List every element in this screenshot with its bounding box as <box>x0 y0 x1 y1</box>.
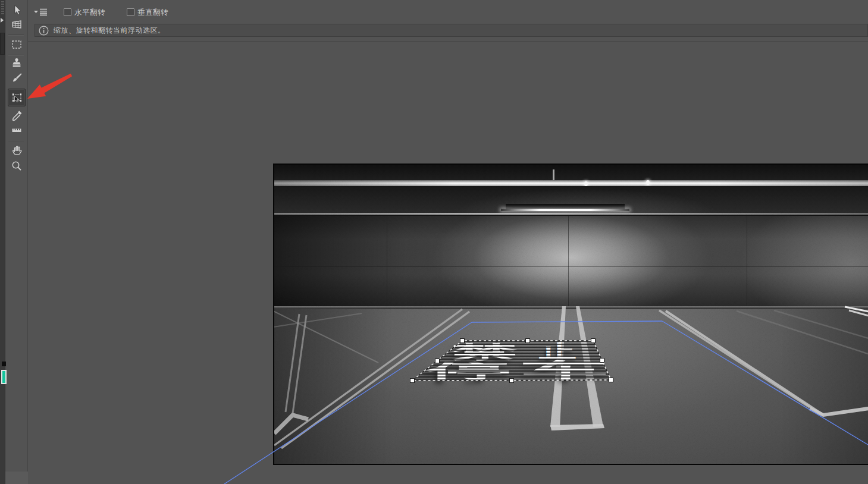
flip-horizontal-checkbox[interactable] <box>64 8 71 16</box>
menu-icon <box>34 8 47 16</box>
marquee-tool[interactable] <box>8 36 26 54</box>
flip-horizontal-label: 水平翻转 <box>74 8 105 18</box>
window-edge-strip <box>0 0 5 484</box>
hint-bar: 缩放、旋转和翻转当前浮动选区。 <box>35 24 868 37</box>
stamp-icon <box>10 56 23 70</box>
tool-options-bar: 水平翻转 垂直翻转 <box>28 0 868 24</box>
vanishing-point-dialog: 水平翻转 垂直翻转 缩放、旋转和翻转当前浮动选区。 <box>0 0 868 484</box>
ruler-icon <box>10 124 23 137</box>
transform-tool[interactable] <box>8 89 26 106</box>
film-grain <box>274 165 868 464</box>
marquee-icon <box>10 38 23 51</box>
magnifier-icon <box>10 159 23 172</box>
flip-vertical-checkbox[interactable] <box>127 8 134 16</box>
transform-icon <box>10 90 24 105</box>
brush-tool[interactable] <box>8 69 26 87</box>
hint-text: 缩放、旋转和翻转当前浮动选区。 <box>54 26 165 36</box>
hand-tool[interactable] <box>8 141 26 159</box>
measure-tool[interactable] <box>8 121 26 139</box>
tool-palette <box>5 0 28 484</box>
hand-icon <box>10 143 23 156</box>
brush-icon <box>10 71 23 84</box>
create-plane-tool[interactable] <box>8 16 26 34</box>
color-swatch[interactable] <box>1 370 7 384</box>
top-chrome: 水平翻转 垂直翻转 缩放、旋转和翻转当前浮动选区。 <box>28 0 868 42</box>
canvas-image[interactable] <box>273 164 868 465</box>
grip-dots <box>1 1 4 15</box>
perspective-grid-icon <box>10 18 23 32</box>
edge-marker <box>2 362 6 366</box>
collapsed-panel-tab[interactable] <box>0 33 5 55</box>
info-icon <box>39 26 49 36</box>
expand-arrow-icon[interactable] <box>1 18 4 23</box>
cursor-arrow-icon <box>10 4 23 17</box>
zoom-tool[interactable] <box>8 157 26 175</box>
panel-menu-button[interactable] <box>34 8 47 15</box>
toolbar-separator <box>8 34 24 35</box>
eyedropper-icon <box>10 109 23 122</box>
toolbar-footer <box>5 472 28 484</box>
flip-vertical-label: 垂直翻转 <box>137 8 168 18</box>
